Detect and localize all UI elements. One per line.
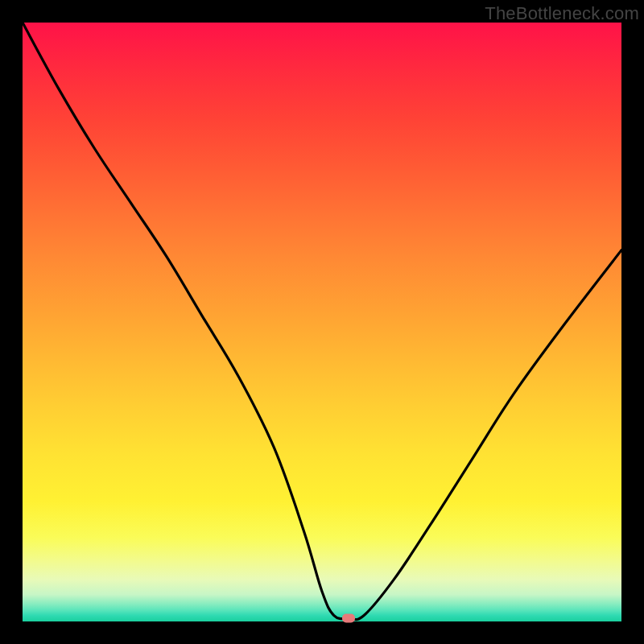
watermark-text: TheBottleneck.com [485, 3, 639, 24]
minimum-marker [342, 614, 355, 623]
plot-area [23, 23, 621, 621]
chart-frame: TheBottleneck.com [0, 0, 644, 644]
bottleneck-curve [23, 23, 621, 621]
